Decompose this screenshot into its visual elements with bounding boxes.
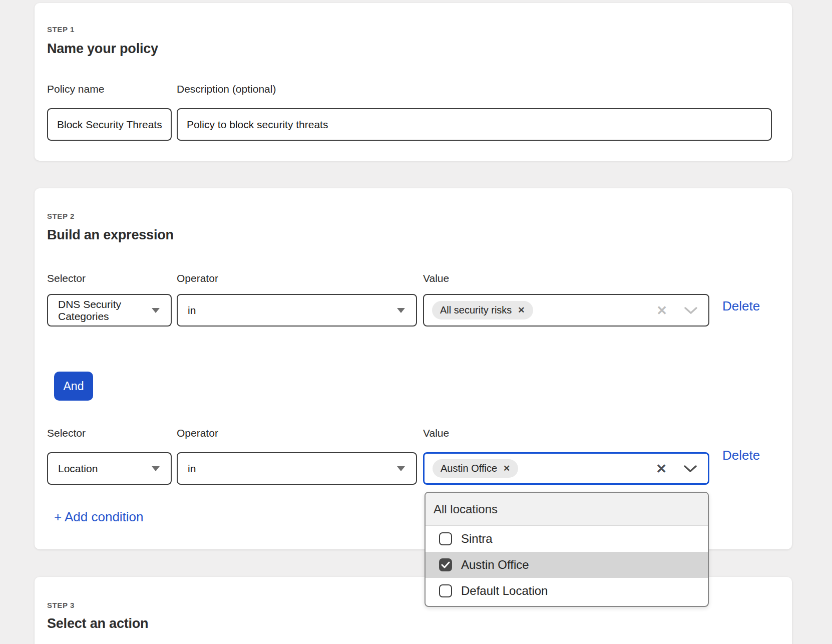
row2-value-multiselect[interactable]: Austin Office ✕ ✕ bbox=[423, 452, 709, 485]
row1-value-label: Value bbox=[423, 272, 449, 284]
location-dropdown-panel: All locations Sintra Austin Office Defau… bbox=[425, 492, 709, 607]
checkbox-unchecked[interactable] bbox=[439, 584, 452, 597]
triangle-down-icon bbox=[152, 466, 160, 471]
step2-title: Build an expression bbox=[47, 227, 174, 243]
clear-icon[interactable]: ✕ bbox=[656, 304, 667, 317]
step2-label: STEP 2 bbox=[47, 212, 75, 220]
row1-operator-dropdown[interactable]: in bbox=[177, 294, 417, 327]
row2-operator-value: in bbox=[188, 463, 196, 475]
step3-label: STEP 3 bbox=[47, 601, 75, 609]
dropdown-option-austin-office[interactable]: Austin Office bbox=[426, 552, 708, 578]
row1-selector-dropdown[interactable]: DNS Security Categories bbox=[47, 294, 172, 327]
dropdown-option-sintra[interactable]: Sintra bbox=[426, 526, 708, 552]
description-input[interactable] bbox=[177, 108, 772, 141]
triangle-down-icon bbox=[397, 308, 405, 313]
step1-card: STEP 1 Name your policy Policy name Desc… bbox=[35, 3, 792, 161]
remove-chip-icon[interactable]: ✕ bbox=[518, 306, 525, 314]
row2-operator-label: Operator bbox=[177, 427, 218, 439]
step1-label: STEP 1 bbox=[47, 25, 75, 34]
row1-value-multiselect[interactable]: All security risks ✕ ✕ bbox=[423, 294, 709, 327]
value-chip: All security risks ✕ bbox=[432, 301, 533, 319]
value-chip-label: Austin Office bbox=[441, 463, 497, 474]
row1-operator-value: in bbox=[188, 304, 196, 316]
value-chip: Austin Office ✕ bbox=[433, 459, 518, 478]
description-label: Description (optional) bbox=[177, 83, 276, 95]
step3-title: Select an action bbox=[47, 616, 148, 631]
clear-icon[interactable]: ✕ bbox=[656, 462, 667, 475]
row2-value-label: Value bbox=[423, 427, 449, 439]
row2-selector-value: Location bbox=[58, 463, 98, 475]
row2-selector-dropdown[interactable]: Location bbox=[47, 452, 172, 485]
row1-selector-value: DNS Security Categories bbox=[58, 298, 161, 323]
chevron-down-icon[interactable] bbox=[684, 306, 697, 314]
triangle-down-icon bbox=[152, 308, 160, 313]
value-chip-label: All security risks bbox=[440, 304, 512, 316]
add-condition-button[interactable]: + Add condition bbox=[54, 509, 144, 525]
checkbox-checked[interactable] bbox=[439, 558, 452, 571]
row2-operator-dropdown[interactable]: in bbox=[177, 452, 417, 485]
chevron-down-icon[interactable] bbox=[684, 465, 697, 473]
triangle-down-icon bbox=[397, 466, 405, 471]
row1-selector-label: Selector bbox=[47, 272, 86, 284]
row2-delete-button[interactable]: Delete bbox=[722, 448, 760, 463]
and-button[interactable]: And bbox=[54, 372, 93, 401]
dropdown-option-default-location[interactable]: Default Location bbox=[426, 578, 708, 604]
step1-title: Name your policy bbox=[47, 41, 158, 57]
check-icon bbox=[441, 561, 450, 568]
policy-builder-page: STEP 1 Name your policy Policy name Desc… bbox=[0, 0, 832, 644]
row1-delete-button[interactable]: Delete bbox=[722, 298, 760, 314]
row1-operator-label: Operator bbox=[177, 272, 218, 284]
policy-name-label: Policy name bbox=[47, 83, 104, 95]
row2-selector-label: Selector bbox=[47, 427, 86, 439]
policy-name-input[interactable] bbox=[47, 108, 172, 141]
dropdown-option-all-locations[interactable]: All locations bbox=[426, 493, 708, 526]
remove-chip-icon[interactable]: ✕ bbox=[503, 464, 510, 473]
checkbox-unchecked[interactable] bbox=[439, 532, 452, 545]
